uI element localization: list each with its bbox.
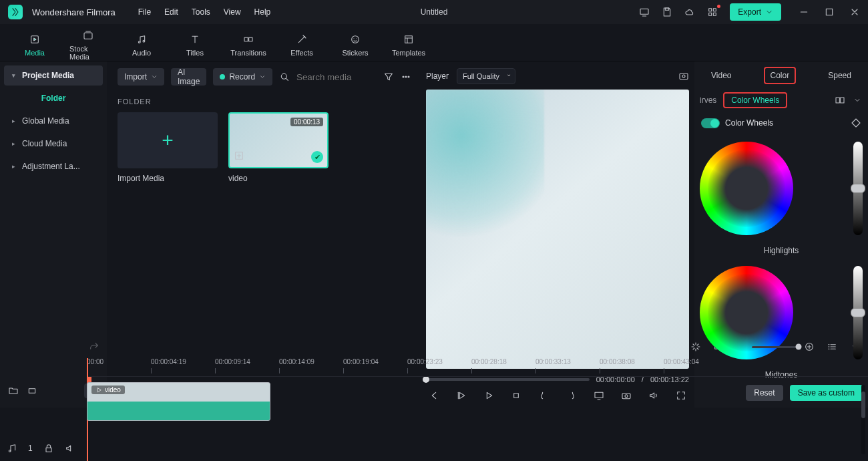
add-to-timeline-icon[interactable] xyxy=(234,150,244,163)
midtones-slider[interactable] xyxy=(853,266,863,359)
audio-icon xyxy=(136,31,147,47)
subtab-color-wheels[interactable]: Color Wheels xyxy=(723,92,787,108)
app-name: Wondershare Filmora xyxy=(32,7,116,17)
zoom-in-icon[interactable] xyxy=(804,341,815,352)
chevron-down-icon[interactable] xyxy=(852,95,863,106)
import-button[interactable]: Import xyxy=(118,68,164,86)
check-icon: ✔ xyxy=(311,151,323,163)
svg-rect-12 xyxy=(249,37,252,41)
timeline-ruler[interactable]: 00:0000:00:04:1900:00:09:1400:00:14:0900… xyxy=(87,358,868,377)
svg-rect-11 xyxy=(244,37,248,41)
compare-icon[interactable] xyxy=(835,95,845,106)
svg-point-19 xyxy=(408,76,409,78)
tab-media[interactable]: Media xyxy=(16,31,53,57)
auto-icon[interactable] xyxy=(690,341,701,352)
folder-heading: FOLDER xyxy=(118,98,410,106)
minimize-icon[interactable] xyxy=(799,7,809,17)
menu-file[interactable]: File xyxy=(138,7,151,17)
tool-tabs: Media Stock Media Audio Titles Transitio… xyxy=(0,24,868,61)
highlights-slider[interactable] xyxy=(853,142,863,235)
import-media-tile[interactable]: + Import Media xyxy=(118,112,218,183)
svg-rect-6 xyxy=(826,9,832,15)
close-icon[interactable] xyxy=(849,7,860,17)
tab-transitions[interactable]: Transitions xyxy=(230,31,267,57)
tab-titles[interactable]: Titles xyxy=(176,31,214,57)
insp-tab-video[interactable]: Video xyxy=(706,68,736,83)
timeline-tracks[interactable]: 00:0000:00:04:1900:00:09:1400:00:14:0900… xyxy=(87,358,868,461)
record-button[interactable]: Record xyxy=(213,68,272,86)
device-icon[interactable] xyxy=(639,7,650,17)
quality-select[interactable]: Full Quality xyxy=(457,68,515,84)
ruler-tick: 00:00:09:14 xyxy=(215,358,250,365)
preview-area[interactable] xyxy=(426,90,689,369)
document-title: Untitled xyxy=(421,7,448,17)
filter-icon[interactable] xyxy=(383,71,394,82)
tab-effects[interactable]: Effects xyxy=(283,31,320,57)
sidebar-adjustment-layers[interactable]: ▸Adjustment La... xyxy=(4,156,103,176)
sidebar-project-media[interactable]: ▾ Project Media xyxy=(4,65,103,86)
svg-rect-8 xyxy=(84,33,92,39)
stock-icon xyxy=(83,27,93,43)
media-clip-tile[interactable]: 00:00:13 ✔ video xyxy=(228,112,329,183)
svg-point-18 xyxy=(405,76,407,78)
audio-track-icon xyxy=(7,443,17,454)
chevron-down-icon: ▾ xyxy=(12,72,15,79)
project-sidebar: ▾ Project Media Folder ▸Global Media ▸Cl… xyxy=(0,61,107,408)
search-input[interactable] xyxy=(296,72,370,82)
record-dot-icon xyxy=(220,74,225,80)
svg-rect-28 xyxy=(841,98,844,103)
subtab-curves[interactable]: irves xyxy=(700,96,716,105)
chevron-right-icon: ▸ xyxy=(12,118,15,124)
ruler-tick: 00:00:04:19 xyxy=(151,358,186,365)
sidebar-global-media[interactable]: ▸Global Media xyxy=(4,111,103,131)
timeline-clip[interactable]: video xyxy=(87,382,270,421)
clip-duration: 00:00:13 xyxy=(290,118,323,126)
insp-tab-color[interactable]: Color xyxy=(764,67,797,84)
tab-stickers[interactable]: Stickers xyxy=(337,31,374,57)
menu-view[interactable]: View xyxy=(224,7,241,17)
lock-icon[interactable] xyxy=(43,443,54,454)
svg-point-10 xyxy=(143,40,145,42)
color-wheels-toggle[interactable] xyxy=(701,118,720,128)
chevron-right-icon: ▸ xyxy=(12,163,15,170)
ruler-tick: 00:00 xyxy=(87,358,103,365)
audio-track-header[interactable]: 1 xyxy=(7,440,80,457)
tab-audio[interactable]: Audio xyxy=(123,31,160,57)
ai-image-button[interactable]: AI Image xyxy=(171,68,206,86)
insp-tab-speed[interactable]: Speed xyxy=(823,68,857,83)
new-folder-icon[interactable] xyxy=(8,386,19,396)
search-icon xyxy=(279,71,290,82)
templates-icon xyxy=(403,31,414,47)
list-icon[interactable] xyxy=(827,341,837,352)
tab-templates[interactable]: Templates xyxy=(390,31,427,57)
highlights-wheel[interactable] xyxy=(700,142,793,235)
svg-rect-1 xyxy=(666,8,669,10)
tab-stock-media[interactable]: Stock Media xyxy=(69,27,107,61)
more-icon[interactable] xyxy=(401,71,411,82)
export-button[interactable]: Export xyxy=(730,3,781,21)
apps-icon[interactable] xyxy=(707,7,718,17)
menu-tools[interactable]: Tools xyxy=(192,7,210,17)
menu-help[interactable]: Help xyxy=(254,7,271,17)
timeline-vscroll[interactable] xyxy=(861,385,865,454)
menu-edit[interactable]: Edit xyxy=(164,7,178,17)
title-bar: Wondershare Filmora File Edit Tools View… xyxy=(0,0,868,24)
ruler-tick: 00:00:14:09 xyxy=(279,358,314,365)
main-menu: File Edit Tools View Help xyxy=(138,7,271,17)
save-icon[interactable] xyxy=(662,7,672,17)
export-label: Export xyxy=(738,7,761,17)
redo-icon[interactable] xyxy=(89,341,99,352)
svg-point-13 xyxy=(352,35,359,43)
snapshot-icon[interactable] xyxy=(678,71,689,82)
app-logo xyxy=(8,5,23,19)
sidebar-folder[interactable]: Folder xyxy=(4,88,103,108)
cloud-icon[interactable] xyxy=(684,7,695,17)
mute-icon[interactable] xyxy=(65,443,75,454)
maximize-icon[interactable] xyxy=(824,7,835,17)
sidebar-cloud-media[interactable]: ▸Cloud Media xyxy=(4,134,103,154)
reset-section-icon[interactable] xyxy=(851,118,861,128)
bin-icon[interactable] xyxy=(27,386,37,396)
player-label: Player xyxy=(426,71,449,81)
svg-point-16 xyxy=(281,73,286,79)
section-title: Color Wheels xyxy=(725,118,773,128)
